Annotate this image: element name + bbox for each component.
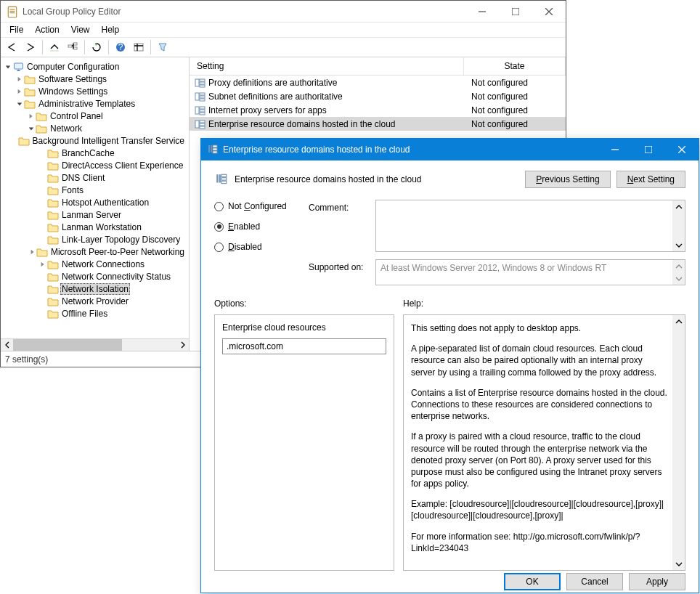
tree-item-network-isolation[interactable]: Network Isolation <box>1 282 189 295</box>
scrollbar-thumb[interactable] <box>13 339 122 351</box>
scroll-down-button[interactable] <box>672 558 685 570</box>
tree-item[interactable]: Microsoft Peer-to-Peer Networking <box>1 245 189 258</box>
scrollbar-track[interactable] <box>13 339 176 351</box>
chevron-down-icon[interactable] <box>27 126 36 131</box>
tree-item[interactable]: BranchCache <box>1 147 189 159</box>
tree-item[interactable]: Network Connections <box>1 258 189 270</box>
tree-item-windows[interactable]: Windows Settings <box>1 85 189 97</box>
menu-help[interactable]: Help <box>96 23 126 36</box>
tree-item[interactable]: Network Provider <box>1 295 189 307</box>
scroll-down-button[interactable] <box>672 272 685 285</box>
chevron-right-icon[interactable] <box>27 113 36 119</box>
chevron-down-icon[interactable] <box>15 101 24 107</box>
tree-item-software[interactable]: Software Settings <box>1 73 189 85</box>
chevron-right-icon[interactable] <box>30 249 36 255</box>
up-folder-button[interactable] <box>46 38 63 56</box>
tree-item[interactable]: Offline Files <box>1 307 189 320</box>
scroll-up-button[interactable] <box>672 260 685 272</box>
tree-item[interactable]: DNS Client <box>1 171 189 184</box>
minimize-button[interactable] <box>465 1 499 23</box>
radio-icon <box>214 222 224 232</box>
tree-item[interactable]: Hotspot Authentication <box>1 196 189 208</box>
list-row[interactable]: Proxy definitions are authoritative Not … <box>190 76 566 89</box>
tree-item-network[interactable]: Network <box>1 122 189 134</box>
help-button[interactable] <box>112 38 129 56</box>
chevron-right-icon[interactable] <box>15 89 24 94</box>
folder-icon <box>47 272 59 282</box>
tree-item[interactable]: Network Connectivity Status <box>1 270 189 282</box>
cancel-button[interactable]: Cancel <box>566 573 623 590</box>
scrollbar[interactable] <box>672 315 685 570</box>
policy-icon <box>214 173 229 186</box>
status-text: 7 setting(s) <box>5 354 48 365</box>
tree-item[interactable]: DirectAccess Client Experience <box>1 159 189 171</box>
policy-icon <box>207 144 219 155</box>
tree-item-control-panel[interactable]: Control Panel <box>1 110 189 122</box>
setting-name: Proxy definitions are authoritative <box>208 78 337 88</box>
scroll-up-button[interactable] <box>672 315 685 327</box>
close-button[interactable] <box>532 1 566 23</box>
maximize-button[interactable] <box>499 1 532 23</box>
radio-not-configured[interactable]: Not Configured <box>214 201 309 211</box>
radio-enabled[interactable]: Enabled <box>214 221 309 232</box>
filter-button[interactable] <box>154 38 171 56</box>
toolbar <box>1 37 566 57</box>
tree-item-admin-templates[interactable]: Administrative Templates <box>1 97 189 110</box>
toolbar-separator <box>42 40 43 54</box>
list-row[interactable]: Enterprise resource domains hosted in th… <box>190 117 566 131</box>
setting-state: Not configured <box>464 91 566 102</box>
nav-back-button[interactable] <box>4 38 21 56</box>
chevron-right-icon[interactable] <box>15 76 24 82</box>
folder-icon <box>36 247 48 257</box>
tree-item[interactable]: Lanman Workstation <box>1 221 189 233</box>
enterprise-cloud-resources-input[interactable] <box>222 338 386 354</box>
menu-view[interactable]: View <box>65 23 96 36</box>
tree-item[interactable]: Fonts <box>1 184 189 196</box>
previous-setting-button[interactable]: Previous Setting <box>525 171 610 188</box>
dialog-titlebar[interactable]: Enterprise resource domains hosted in th… <box>201 139 699 160</box>
list-row[interactable]: Subnet definitions are authoritative Not… <box>190 89 566 103</box>
horizontal-scrollbar[interactable] <box>1 338 189 351</box>
refresh-button[interactable] <box>88 38 105 56</box>
dialog-minimize-button[interactable] <box>598 139 632 160</box>
show-tree-button[interactable] <box>64 38 81 56</box>
chevron-down-icon[interactable] <box>4 64 12 70</box>
radio-icon <box>214 243 224 252</box>
option-field-label: Enterprise cloud resources <box>222 322 386 333</box>
apply-button[interactable]: Apply <box>629 573 685 590</box>
radio-disabled[interactable]: Disabled <box>214 242 309 252</box>
chevron-right-icon[interactable] <box>38 261 47 267</box>
menu-action[interactable]: Action <box>29 23 65 36</box>
help-text: A pipe-separated list of domain cloud re… <box>411 343 667 378</box>
dialog-maximize-button[interactable] <box>632 139 665 160</box>
folder-icon <box>47 284 59 294</box>
list-view-button[interactable] <box>130 38 147 56</box>
computer-icon <box>12 62 24 72</box>
list-row[interactable]: Internet proxy servers for apps Not conf… <box>190 103 566 117</box>
menu-file[interactable]: File <box>4 23 29 36</box>
tree-panel: Computer Configuration Software Settings… <box>1 57 190 351</box>
help-text: For more information see: http://go.micr… <box>411 531 667 554</box>
scroll-up-button[interactable] <box>672 200 685 213</box>
scroll-left-button[interactable] <box>1 339 13 351</box>
tree-item[interactable]: Link-Layer Topology Discovery <box>1 233 189 245</box>
ok-button[interactable]: OK <box>504 573 561 590</box>
titlebar[interactable]: Local Group Policy Editor <box>1 1 566 23</box>
menubar: File Action View Help <box>1 23 566 37</box>
tree-item[interactable]: Background Intelligent Transfer Service <box>1 134 189 147</box>
dialog-title: Enterprise resource domains hosted in th… <box>223 145 598 155</box>
setting-state: Not configured <box>464 119 566 129</box>
folder-icon <box>36 111 47 121</box>
column-header-setting[interactable]: Setting <box>190 57 464 75</box>
scroll-down-button[interactable] <box>672 239 685 251</box>
comment-textbox[interactable] <box>375 200 685 252</box>
dialog-close-button[interactable] <box>665 139 699 160</box>
column-header-state[interactable]: State <box>464 57 566 75</box>
next-setting-button[interactable]: Next Setting <box>616 171 685 188</box>
scroll-right-button[interactable] <box>176 339 189 351</box>
tree-item-computer-config[interactable]: Computer Configuration <box>1 60 189 73</box>
tree-item[interactable]: Lanman Server <box>1 208 189 221</box>
radio-icon <box>214 202 224 211</box>
nav-forward-button[interactable] <box>22 38 39 56</box>
window-title: Local Group Policy Editor <box>23 7 465 17</box>
